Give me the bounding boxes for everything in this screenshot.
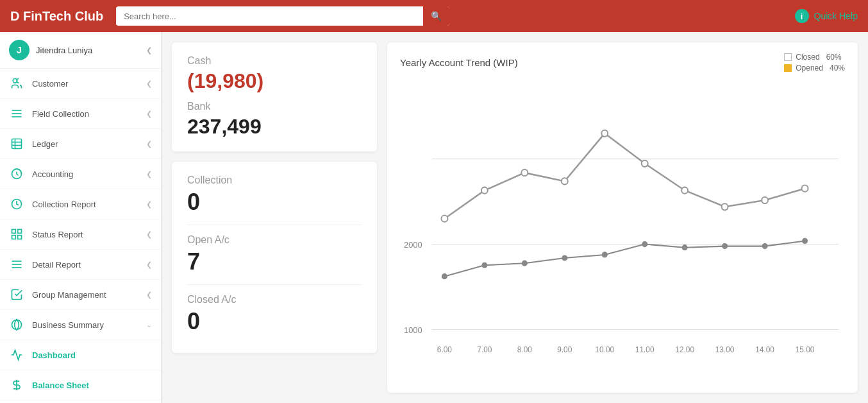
sidebar-user[interactable]: J Jitendra Luniya ❮ bbox=[0, 32, 161, 69]
sidebar-item-balance-sheet[interactable]: Balance Sheet bbox=[0, 370, 161, 400]
collection-value: 0 bbox=[187, 189, 362, 216]
sidebar-item-accounting-label: Accounting bbox=[32, 169, 138, 179]
svg-point-46 bbox=[522, 261, 527, 266]
cash-label: Cash bbox=[187, 55, 362, 67]
search-bar: 🔍 bbox=[116, 6, 449, 26]
chart-svg: 2000 1000 6.00 7.00 8.00 9.00 10.00 11.0… bbox=[400, 80, 845, 375]
svg-text:2000: 2000 bbox=[404, 239, 422, 249]
legend-opened-label: Opened bbox=[796, 64, 823, 73]
sidebar-item-ledger[interactable]: Ledger ❮ bbox=[0, 129, 161, 159]
svg-text:11.00: 11.00 bbox=[635, 345, 655, 354]
svg-point-38 bbox=[601, 130, 608, 137]
legend-closed: Closed 60% bbox=[784, 53, 845, 62]
sidebar-item-dashboard[interactable]: Dashboard bbox=[0, 340, 161, 370]
sidebar-item-detail-report[interactable]: Detail Report ❮ bbox=[0, 250, 161, 280]
svg-point-50 bbox=[682, 245, 687, 250]
sidebar-item-business-summary[interactable]: Business Summary ⌄ bbox=[0, 310, 161, 340]
chevron-icon: ❮ bbox=[146, 230, 152, 239]
bank-label: Bank bbox=[187, 101, 362, 112]
svg-point-39 bbox=[642, 160, 648, 167]
sidebar-item-customer[interactable]: Customer ❮ bbox=[0, 69, 161, 99]
svg-point-42 bbox=[762, 197, 768, 203]
chart-header: Yearly Account Trend (WIP) Closed 60% Op… bbox=[400, 53, 845, 73]
chevron-icon: ❮ bbox=[146, 140, 152, 148]
app-logo: D FinTech Club bbox=[10, 9, 103, 24]
sidebar-item-status-report-label: Status Report bbox=[32, 230, 138, 239]
search-button[interactable]: 🔍 bbox=[423, 6, 449, 26]
legend-closed-pct: 60% bbox=[826, 53, 842, 62]
sidebar-item-group-management[interactable]: Group Management ❮ bbox=[0, 280, 161, 310]
svg-text:6.00: 6.00 bbox=[437, 345, 452, 354]
open-ac-value: 7 bbox=[187, 248, 362, 275]
detail-report-icon bbox=[9, 257, 24, 272]
svg-point-44 bbox=[442, 274, 447, 279]
chevron-icon: ❮ bbox=[146, 170, 152, 178]
search-input[interactable] bbox=[116, 8, 423, 25]
closed-ac-value: 0 bbox=[187, 308, 362, 335]
sidebar-item-accounting[interactable]: Accounting ❮ bbox=[0, 159, 161, 189]
cards-column: Cash (19,980) Bank 237,499 Collection 0 … bbox=[172, 42, 377, 393]
svg-text:1000: 1000 bbox=[404, 325, 422, 334]
avatar: J bbox=[9, 40, 29, 60]
svg-point-40 bbox=[681, 187, 688, 194]
svg-text:13.00: 13.00 bbox=[715, 345, 735, 354]
chart-svg-container: 2000 1000 6.00 7.00 8.00 9.00 10.00 11.0… bbox=[400, 80, 845, 375]
svg-point-36 bbox=[521, 169, 528, 176]
info-icon[interactable]: i bbox=[795, 9, 809, 23]
svg-point-37 bbox=[562, 178, 568, 184]
svg-text:15.00: 15.00 bbox=[796, 345, 815, 354]
ledger-icon bbox=[9, 136, 24, 151]
sidebar-item-collection-report-label: Collection Report bbox=[32, 200, 138, 209]
business-summary-icon bbox=[9, 317, 24, 332]
svg-point-34 bbox=[441, 216, 447, 222]
sidebar-item-customer-label: Customer bbox=[32, 79, 138, 89]
sidebar-item-collection-report[interactable]: Collection Report ❮ bbox=[0, 189, 161, 219]
legend-opened-box bbox=[784, 64, 792, 72]
layout: J Jitendra Luniya ❮ Customer ❮ Field Col… bbox=[0, 32, 868, 403]
main-content: Cash (19,980) Bank 237,499 Collection 0 … bbox=[162, 32, 868, 403]
dashboard-icon bbox=[9, 347, 24, 363]
svg-point-41 bbox=[722, 203, 728, 210]
chevron-icon: ❮ bbox=[146, 80, 152, 88]
svg-text:8.00: 8.00 bbox=[517, 345, 532, 354]
svg-rect-10 bbox=[12, 230, 16, 234]
sidebar-item-balance-sheet-label: Balance Sheet bbox=[32, 381, 152, 390]
card-divider-2 bbox=[187, 284, 362, 285]
svg-text:12.00: 12.00 bbox=[675, 345, 694, 354]
sidebar: J Jitendra Luniya ❮ Customer ❮ Field Col… bbox=[0, 32, 162, 403]
cash-value: (19,980) bbox=[187, 69, 362, 93]
collection-report-icon bbox=[9, 196, 24, 212]
sidebar-item-ledger-label: Ledger bbox=[32, 139, 138, 149]
header-right: i Quick Help bbox=[795, 9, 858, 23]
balance-sheet-icon bbox=[9, 377, 24, 393]
chevron-icon: ❮ bbox=[146, 110, 152, 118]
svg-point-17 bbox=[12, 320, 22, 330]
svg-point-52 bbox=[762, 244, 767, 249]
chevron-icon: ❮ bbox=[146, 291, 152, 299]
closed-ac-label: Closed A/c bbox=[187, 294, 362, 305]
quick-help-link[interactable]: Quick Help bbox=[814, 11, 858, 21]
sidebar-item-field-collection-label: Field Collection bbox=[32, 109, 138, 119]
chart-title: Yearly Account Trend (WIP) bbox=[400, 57, 518, 68]
accounting-icon bbox=[9, 166, 24, 182]
sidebar-item-field-collection[interactable]: Field Collection ❮ bbox=[0, 99, 161, 129]
sidebar-item-status-report[interactable]: Status Report ❮ bbox=[0, 219, 161, 250]
svg-rect-11 bbox=[18, 230, 22, 234]
sidebar-item-group-management-label: Group Management bbox=[32, 290, 138, 300]
svg-text:14.00: 14.00 bbox=[755, 345, 774, 354]
open-ac-label: Open A/c bbox=[187, 234, 362, 246]
svg-point-35 bbox=[481, 187, 488, 194]
svg-rect-13 bbox=[18, 236, 22, 239]
collection-label: Collection bbox=[187, 175, 362, 186]
svg-text:10.00: 10.00 bbox=[595, 345, 614, 354]
svg-text:9.00: 9.00 bbox=[557, 345, 572, 354]
bank-value: 237,499 bbox=[187, 115, 362, 139]
svg-rect-4 bbox=[12, 139, 22, 149]
group-management-icon bbox=[9, 287, 24, 302]
svg-point-45 bbox=[482, 262, 487, 268]
chart-legend: Closed 60% Opened 40% bbox=[784, 53, 845, 73]
chevron-icon: ❮ bbox=[146, 200, 152, 209]
collection-card: Collection 0 Open A/c 7 Closed A/c 0 bbox=[172, 162, 377, 353]
chevron-icon: ❮ bbox=[146, 261, 152, 269]
user-chevron-icon: ❮ bbox=[146, 46, 152, 55]
